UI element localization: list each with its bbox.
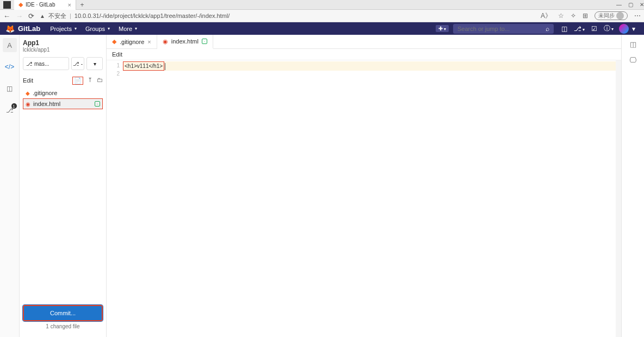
right-sidebar: ◫ 🖵: [621, 35, 644, 337]
project-name: App1: [23, 39, 103, 47]
browser-address-bar: ← → ⟳ ▲ 不安全 | 10.0.0.31/-/ide/project/lc…: [0, 10, 644, 22]
gitlab-top-nav: 🦊 GitLab Projects Groups More ✚ ⌕ ◫ ⎇ ☑ …: [0, 22, 644, 35]
commit-view-icon[interactable]: ⎇1: [3, 103, 17, 117]
commit-button[interactable]: Commit...: [23, 305, 103, 321]
search-input[interactable]: [457, 26, 546, 32]
help-icon[interactable]: ⓘ: [604, 24, 614, 33]
edit-view-icon[interactable]: </>: [3, 60, 17, 74]
merge-request-button[interactable]: ⎇ -: [71, 57, 84, 70]
tree-item-index-html[interactable]: ◉ index.html ·: [23, 98, 103, 109]
tab-gitignore[interactable]: ◆ .gitignore ×: [107, 35, 157, 48]
new-file-icon[interactable]: 📄: [72, 77, 83, 85]
editor-tabs: ◆ .gitignore × ◉ index.html ·: [107, 35, 621, 49]
git-file-icon: ◆: [26, 90, 30, 96]
code-editor[interactable]: 1 2 <h1>v111</h1>: [107, 60, 621, 337]
modified-badge-icon: ·: [202, 39, 207, 44]
merge-requests-icon[interactable]: ⎇: [574, 25, 585, 33]
url-field[interactable]: ▲ 不安全 | 10.0.0.31/-/ide/project/lcklck/a…: [40, 12, 535, 20]
collections-icon[interactable]: ✧: [571, 12, 576, 20]
menu-icon[interactable]: ⋯: [634, 12, 641, 20]
url-text: 10.0.0.31/-/ide/project/lcklck/app1/tree…: [75, 13, 230, 19]
maximize-icon[interactable]: ▢: [628, 2, 633, 8]
window-controls: — ▢ ✕: [616, 2, 644, 8]
git-file-icon: ◆: [112, 38, 116, 45]
branch-selector[interactable]: ⎇ mas...: [23, 57, 69, 70]
nav-groups[interactable]: Groups: [85, 26, 110, 32]
back-icon[interactable]: ←: [3, 12, 10, 20]
todos-icon[interactable]: ☑: [591, 25, 597, 33]
user-avatar[interactable]: [619, 24, 629, 34]
activity-bar: A </> ◫ ⎇1: [0, 35, 20, 337]
branch-dropdown-button[interactable]: ▾: [86, 57, 103, 70]
security-text: 不安全: [48, 12, 66, 20]
issues-icon[interactable]: ◫: [561, 25, 567, 33]
pipelines-icon[interactable]: ◫: [630, 40, 636, 48]
file-tree: ◆ .gitignore ◉ index.html ·: [23, 88, 103, 109]
nav-projects[interactable]: Projects: [50, 26, 77, 32]
reload-icon[interactable]: ⟳: [28, 12, 34, 20]
close-tab-icon[interactable]: ×: [67, 2, 71, 8]
side-panel: App1 lcklck/app1 ⎇ mas... ⎇ - ▾ Edit 📄 ⤒…: [20, 35, 107, 337]
edit-section-label: Edit: [23, 77, 33, 84]
new-folder-icon[interactable]: 🗀: [97, 77, 103, 85]
tab-title: IDE · GitLab: [26, 2, 55, 8]
minimap[interactable]: [616, 60, 621, 337]
project-header: App1 lcklck/app1: [23, 39, 103, 53]
search-box[interactable]: ⌕: [453, 24, 554, 34]
ide-workspace: A </> ◫ ⎇1 App1 lcklck/app1 ⎇ mas... ⎇ -…: [0, 35, 644, 337]
profile-avatar-icon: [616, 12, 624, 20]
search-icon: ⌕: [546, 25, 549, 33]
tree-item-gitignore[interactable]: ◆ .gitignore: [23, 88, 103, 98]
project-path: lcklck/app1: [23, 47, 103, 53]
branch-icon: ⎇: [26, 61, 33, 67]
plus-dropdown[interactable]: ✚: [436, 25, 449, 32]
close-window-icon[interactable]: ✕: [640, 2, 644, 8]
code-line-1[interactable]: <h1>v111</h1>: [123, 61, 616, 71]
line-gutter: 1 2: [107, 60, 123, 337]
clientside-preview-icon[interactable]: 🖵: [629, 56, 636, 64]
editor-area: ◆ .gitignore × ◉ index.html · Edit 1 2 <…: [107, 35, 621, 337]
sync-button[interactable]: 未同步: [595, 11, 628, 20]
gitlab-brand[interactable]: GitLab: [18, 24, 40, 33]
gitlab-logo-icon[interactable]: 🦊: [5, 24, 15, 33]
editor-breadcrumb: Edit: [107, 49, 621, 60]
favorite-icon[interactable]: ☆: [558, 12, 564, 20]
extensions-icon[interactable]: ⊞: [583, 12, 588, 20]
upload-file-icon[interactable]: ⤒: [88, 77, 92, 85]
html-file-icon: ◉: [26, 101, 30, 107]
tab-index-html[interactable]: ◉ index.html ·: [157, 35, 213, 49]
close-tab-icon[interactable]: ×: [147, 39, 151, 45]
read-aloud-icon[interactable]: A》: [541, 11, 552, 21]
user-caret-icon[interactable]: ▾: [632, 25, 635, 33]
new-tab-button[interactable]: +: [76, 1, 88, 9]
modified-badge-icon: ·: [95, 101, 100, 107]
html-file-icon: ◉: [163, 38, 168, 45]
browser-tab-strip: ◆ IDE · GitLab × + — ▢ ✕: [0, 0, 644, 10]
minimize-icon[interactable]: —: [616, 2, 622, 8]
browser-tab[interactable]: ◆ IDE · GitLab ×: [14, 0, 76, 10]
insecure-icon: ▲: [40, 13, 45, 19]
nav-more[interactable]: More: [119, 26, 137, 32]
gitlab-icon: ◆: [18, 1, 23, 8]
project-tile[interactable]: A: [3, 38, 17, 52]
review-view-icon[interactable]: ◫: [3, 82, 17, 96]
forward-icon: →: [16, 12, 23, 20]
window-app-icon: [3, 1, 11, 9]
changed-files-label: 1 changed file: [23, 323, 103, 329]
